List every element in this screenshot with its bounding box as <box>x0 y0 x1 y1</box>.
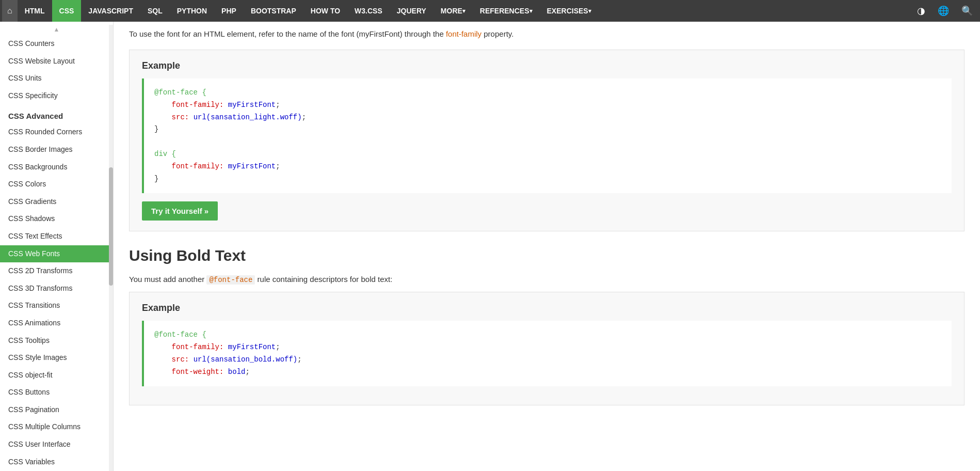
nav-bootstrap[interactable]: BOOTSTRAP <box>244 0 303 22</box>
sidebar-item-multiple-columns[interactable]: CSS Multiple Columns <box>0 418 113 436</box>
nav-more[interactable]: MORE <box>433 0 473 22</box>
sidebar-item-backgrounds[interactable]: CSS Backgrounds <box>0 159 113 176</box>
sidebar-item-web-fonts[interactable]: CSS Web Fonts <box>0 245 113 263</box>
sidebar-item-object-fit[interactable]: CSS object-fit <box>0 367 113 384</box>
nav-howto[interactable]: HOW TO <box>303 0 347 22</box>
page-layout: ▲ CSS Counters CSS Website Layout CSS Un… <box>0 22 980 471</box>
example-2-title: Example <box>142 303 952 313</box>
nav-exercises[interactable]: EXERCISES <box>540 0 599 22</box>
sidebar-scrollbar[interactable] <box>109 25 113 471</box>
nav-references[interactable]: REFERENCES <box>473 0 540 22</box>
sidebar-item-text-effects[interactable]: CSS Text Effects <box>0 228 113 245</box>
code-block-2: @font-face { font-family: myFirstFont; s… <box>142 321 952 386</box>
sidebar-item-rounded-corners[interactable]: CSS Rounded Corners <box>0 123 113 141</box>
nav-css[interactable]: CSS <box>52 0 82 22</box>
section-description-bold: You must add another @font-face rule con… <box>129 273 965 287</box>
sidebar-item-pagination[interactable]: CSS Pagination <box>0 401 113 419</box>
example-box-1: Example @font-face { font-family: myFirs… <box>129 50 965 231</box>
globe-button[interactable]: 🌐 <box>933 0 954 22</box>
nav-sql[interactable]: SQL <box>140 0 170 22</box>
nav-w3css[interactable]: W3.CSS <box>347 0 390 22</box>
sidebar-item-3d-transforms[interactable]: CSS 3D Transforms <box>0 280 113 297</box>
sidebar-item-tooltips[interactable]: CSS Tooltips <box>0 332 113 350</box>
sidebar-item-colors[interactable]: CSS Colors <box>0 176 113 193</box>
nav-php[interactable]: PHP <box>214 0 244 22</box>
section-heading-bold-text: Using Bold Text <box>129 247 965 264</box>
example-box-2: Example @font-face { font-family: myFirs… <box>129 292 965 405</box>
sidebar-item-variables[interactable]: CSS Variables <box>0 453 113 471</box>
home-button[interactable]: ⌂ <box>2 0 18 22</box>
try-it-yourself-button-1[interactable]: Try it Yourself » <box>142 201 218 221</box>
sidebar-scroll-up[interactable]: ▲ <box>0 25 113 35</box>
sidebar-item-gradients[interactable]: CSS Gradients <box>0 193 113 211</box>
sidebar-item-animations[interactable]: CSS Animations <box>0 315 113 332</box>
sidebar-scrollbar-thumb <box>109 167 113 286</box>
sidebar-item-buttons[interactable]: CSS Buttons <box>0 384 113 401</box>
font-family-link[interactable]: font-family <box>446 29 481 38</box>
code-block-1: @font-face { font-family: myFirstFont; s… <box>142 78 952 193</box>
home-icon: ⌂ <box>7 6 12 15</box>
sidebar: ▲ CSS Counters CSS Website Layout CSS Un… <box>0 22 114 471</box>
nav-python[interactable]: PYTHON <box>170 0 214 22</box>
sidebar-section-advanced: CSS Advanced <box>0 104 113 123</box>
nav-jquery[interactable]: JQUERY <box>390 0 433 22</box>
sidebar-item-shadows[interactable]: CSS Shadows <box>0 210 113 228</box>
sidebar-item-border-images[interactable]: CSS Border Images <box>0 141 113 159</box>
nav-icons: ◑ 🌐 🔍 <box>912 0 978 22</box>
sidebar-item-2d-transforms[interactable]: CSS 2D Transforms <box>0 262 113 280</box>
example-1-title: Example <box>142 60 952 71</box>
nav-html[interactable]: HTML <box>18 0 52 22</box>
top-navigation: ⌂ HTML CSS JAVASCRIPT SQL PYTHON PHP BOO… <box>0 0 980 22</box>
main-content: To use the font for an HTML element, ref… <box>114 22 980 471</box>
sidebar-item-style-images[interactable]: CSS Style Images <box>0 349 113 367</box>
sidebar-item-css-specificity[interactable]: CSS Specificity <box>0 87 113 105</box>
sidebar-item-css-website-layout[interactable]: CSS Website Layout <box>0 53 113 70</box>
sidebar-item-css-counters[interactable]: CSS Counters <box>0 35 113 53</box>
nav-javascript[interactable]: JAVASCRIPT <box>81 0 140 22</box>
sidebar-item-transitions[interactable]: CSS Transitions <box>0 297 113 315</box>
sidebar-item-user-interface[interactable]: CSS User Interface <box>0 436 113 453</box>
contrast-button[interactable]: ◑ <box>912 0 930 22</box>
sidebar-item-css-units[interactable]: CSS Units <box>0 70 113 87</box>
inline-code-font-face: @font-face <box>206 275 255 285</box>
search-button[interactable]: 🔍 <box>956 0 978 22</box>
intro-paragraph: To use the font for an HTML element, ref… <box>129 22 965 44</box>
